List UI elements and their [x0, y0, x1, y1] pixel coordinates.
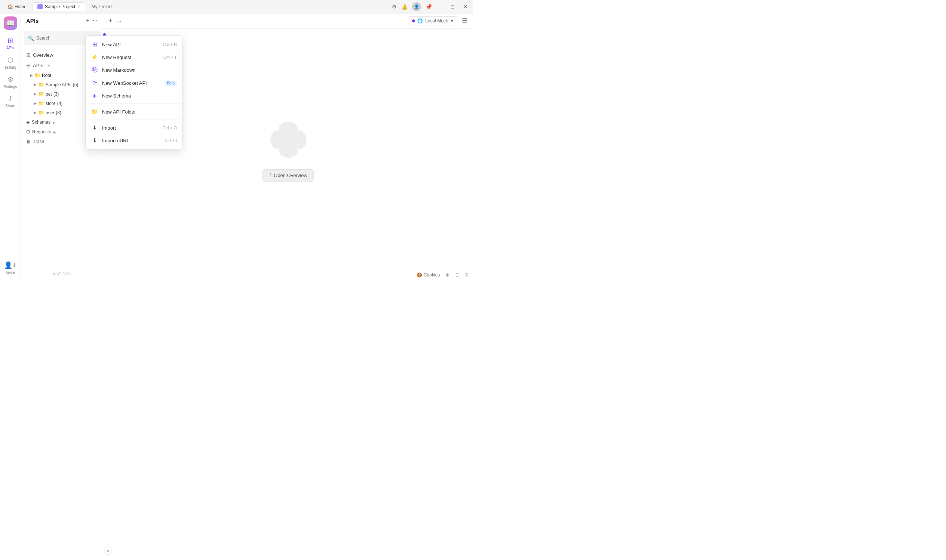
pet-chevron: ▶ — [34, 92, 37, 96]
open-overview-icon: ⤴ — [269, 172, 272, 178]
footer-btn-help[interactable]: ? — [465, 272, 468, 278]
toolbar-right: 🌐 Local Mock ▼ ☰ — [408, 17, 468, 25]
invite-icon: 👤+ — [4, 261, 17, 269]
user-label: user — [46, 110, 54, 115]
apidog-logo: ✻ APIDOG — [53, 272, 71, 276]
more-icon[interactable]: ··· — [93, 17, 97, 24]
sidebar-header: APIs + ··· — [21, 14, 103, 28]
more-toolbar-icon[interactable]: ··· — [116, 17, 122, 25]
new-schema-item[interactable]: ◈ New Schema — [86, 89, 182, 102]
env-dot — [412, 19, 415, 22]
sidebar-item-apis[interactable]: ⊞ APIs — [2, 34, 19, 52]
cookies-btn[interactable]: 🍪 Cookies — [417, 272, 440, 278]
active-tab-label: Sample Project — [45, 4, 75, 9]
sidebar-item-settings[interactable]: ⚙ Settings — [2, 73, 19, 91]
schemas-icon: ◈ — [26, 120, 29, 125]
open-overview-label: Open Overview — [274, 172, 307, 178]
env-local-icon: 🌐 — [417, 18, 423, 23]
icon-sidebar: 📖 ⊞ APIs ⬡ Testing ⚙ Settings ⤴ Share 👤+… — [0, 14, 21, 280]
import-curl-item[interactable]: ⬇ Import cURL Ctrl + I — [86, 134, 182, 147]
new-websocket-item[interactable]: ⟳ New WebSocket API Beta — [86, 77, 182, 89]
inactive-tab[interactable]: My Project — [87, 3, 124, 11]
pin-icon[interactable]: 📌 — [426, 4, 432, 10]
bell-icon[interactable]: 🔔 — [401, 4, 407, 10]
search-input[interactable] — [36, 35, 93, 41]
new-api-label: New API — [102, 42, 121, 48]
new-websocket-label: New WebSocket API — [102, 80, 147, 86]
trash-icon: 🗑 — [26, 139, 31, 144]
env-label: Local Mock — [425, 18, 448, 23]
footer-btn-2[interactable]: ⬡ — [455, 272, 459, 278]
new-api-icon: ⊞ — [91, 41, 98, 48]
sidebar-item-invite[interactable]: 👤+ Invite — [2, 259, 19, 277]
menu-icon[interactable]: ☰ — [462, 17, 468, 25]
home-icon: 🏠 — [8, 4, 13, 9]
close-btn[interactable]: ✕ — [461, 3, 470, 11]
import-label: Import — [102, 125, 116, 131]
store-label: store — [46, 101, 56, 106]
import-shortcut: Ctrl + O — [163, 126, 177, 130]
maximize-btn[interactable]: □ — [449, 3, 457, 11]
apis-label: APIs — [6, 46, 14, 50]
sidebar-item-testing[interactable]: ⬡ Testing — [2, 54, 19, 72]
user-badge: (8) — [56, 110, 61, 115]
new-api-item[interactable]: ⊞ New API Ctrl + N — [86, 38, 182, 51]
sidebar-title: APIs — [26, 18, 39, 24]
schemas-arrow: ▶ — [53, 120, 56, 125]
sample-apis-label: Sample APIs — [46, 82, 71, 88]
minimize-btn[interactable]: ─ — [436, 3, 444, 11]
settings-icon: ⚙ — [8, 75, 14, 84]
new-folder-item[interactable]: 📁 New API Folder — [86, 105, 182, 118]
logo-icon: 📖 — [6, 18, 15, 28]
tab-area: 🏠 Home Sample Project ✕ My Project — [3, 2, 392, 11]
invite-label: Invite — [6, 271, 15, 275]
new-request-label: New Request — [102, 55, 131, 60]
active-tab[interactable]: Sample Project ✕ — [32, 2, 85, 11]
home-label: Home — [15, 4, 26, 9]
root-label: Root — [42, 73, 51, 78]
home-tab[interactable]: 🏠 Home — [3, 3, 31, 11]
sample-apis-chevron: ▶ — [34, 83, 37, 87]
cookies-icon: 🍪 — [417, 272, 422, 278]
app-logo: 📖 — [4, 17, 17, 30]
share-icon: ⤴ — [9, 95, 12, 103]
sidebar-footer: ✻ APIDOG — [21, 268, 103, 280]
testing-label: Testing — [5, 65, 17, 69]
store-chevron: ▶ — [34, 101, 37, 105]
settings-icon[interactable]: ⚙ — [392, 4, 397, 10]
add-toolbar-icon[interactable]: + — [108, 17, 113, 25]
new-folder-label: New API Folder — [102, 109, 136, 115]
dropdown-menu: ⊞ New API Ctrl + N ⚡ New Request Ctrl + … — [85, 35, 182, 149]
footer-btn-1[interactable]: ⊕ — [446, 272, 449, 278]
sidebar-header-actions: + ··· — [86, 17, 97, 24]
sidebar-item-share[interactable]: ⤴ Share — [2, 93, 19, 110]
add-icon[interactable]: + — [86, 17, 90, 24]
new-api-shortcut: Ctrl + N — [163, 42, 177, 47]
new-schema-icon: ◈ — [91, 92, 98, 99]
new-websocket-icon: ⟳ — [91, 80, 98, 86]
inactive-tab-label: My Project — [91, 4, 113, 9]
env-selector[interactable]: 🌐 Local Mock ▼ — [408, 17, 458, 25]
pet-folder-icon: 📁 — [38, 91, 44, 97]
svg-rect-4 — [282, 133, 295, 146]
pet-badge: (3) — [54, 92, 59, 97]
footer-icon-2: ⬡ — [455, 272, 459, 278]
empty-state-icon — [266, 117, 311, 163]
close-tab-btn[interactable]: ✕ — [77, 5, 80, 9]
store-folder-icon: 📁 — [38, 100, 44, 106]
open-overview-btn[interactable]: ⤴ Open Overview — [262, 169, 314, 182]
user-folder-icon: 📁 — [38, 110, 44, 115]
import-item[interactable]: ⬇ Import Ctrl + O — [86, 122, 182, 134]
requests-label: Requests — [32, 129, 51, 134]
footer-icon-1: ⊕ — [446, 272, 449, 278]
new-request-item[interactable]: ⚡ New Request Ctrl + T — [86, 51, 182, 63]
new-markdown-item[interactable]: Ⓜ New Markdown — [86, 63, 182, 77]
search-icon: 🔍 — [28, 35, 34, 41]
user-chevron: ▶ — [34, 111, 37, 115]
apis-nav-label: APIs — [33, 63, 43, 68]
avatar[interactable]: 👤 — [412, 2, 421, 11]
tab-icon — [37, 4, 43, 9]
main-footer: 🍪 Cookies ⊕ ⬡ ? — [103, 270, 473, 280]
sample-apis-folder-icon: 📁 — [38, 82, 44, 88]
apis-icon: ⊞ — [8, 37, 13, 45]
